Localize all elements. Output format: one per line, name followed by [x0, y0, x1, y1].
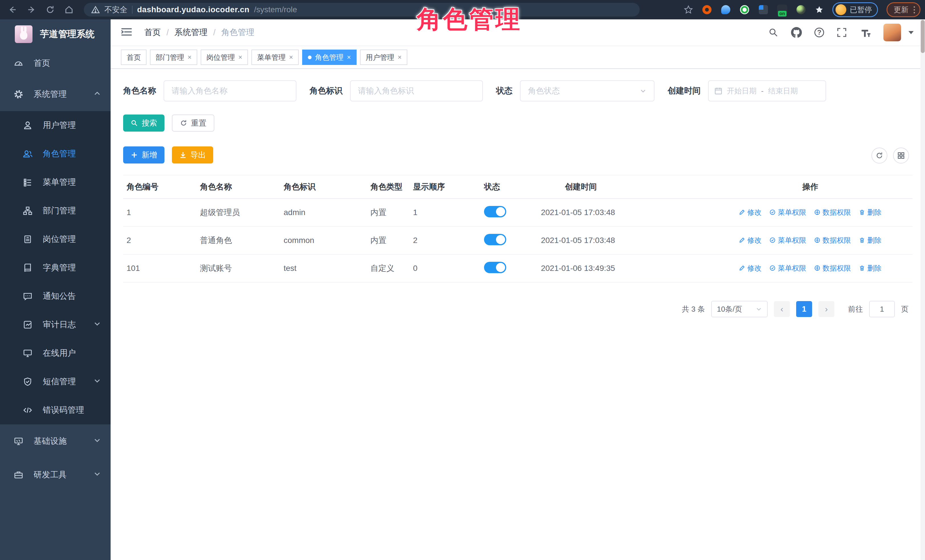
data-permission-link[interactable]: 数据权限 [814, 263, 851, 273]
tab-posts[interactable]: 岗位管理× [201, 50, 248, 65]
export-button[interactable]: 导出 [172, 146, 213, 164]
browser-update-menu-button[interactable]: 更新 [886, 2, 920, 17]
sidebar-toggle-button[interactable] [121, 27, 132, 38]
sidebar-item-roles[interactable]: 角色管理 [0, 140, 111, 168]
help-icon[interactable]: ? [814, 28, 824, 37]
browser-forward-button[interactable] [25, 3, 38, 16]
fullscreen-icon[interactable] [837, 27, 847, 38]
role-name-input[interactable]: 请输入角色名称 [164, 80, 297, 101]
status-select[interactable]: 角色状态 [520, 80, 654, 101]
circle-data-icon [814, 237, 820, 243]
status-toggle[interactable] [484, 262, 506, 273]
grid-icon [897, 152, 905, 159]
breadcrumb-system[interactable]: 系统管理 [175, 27, 208, 38]
extension-icon-orange[interactable] [702, 5, 712, 15]
page-1-button[interactable]: 1 [796, 301, 812, 317]
sidebar-item-sms[interactable]: 短信管理 [0, 368, 111, 396]
sidebar-item-dev-tools[interactable]: 研发工具 [0, 458, 111, 492]
date-range-picker[interactable]: 开始日期 - 结束日期 [708, 80, 826, 101]
scrollbar-thumb[interactable] [921, 20, 925, 53]
close-icon[interactable]: × [289, 53, 293, 61]
sidebar-item-menus[interactable]: 菜单管理 [0, 168, 111, 197]
page-scrollbar[interactable] [920, 20, 925, 560]
menu-permission-link[interactable]: 菜单权限 [769, 236, 806, 245]
extension-icon-drop[interactable] [721, 5, 731, 15]
menu-permission-link[interactable]: 菜单权限 [769, 208, 806, 217]
status-toggle[interactable] [484, 234, 506, 245]
extension-icon-star-white[interactable] [815, 5, 824, 14]
tab-roles[interactable]: 角色管理× [302, 50, 357, 65]
close-icon[interactable]: × [238, 53, 242, 61]
avatar-caret-icon[interactable] [908, 31, 914, 34]
extension-icon-green-shield[interactable] [740, 5, 750, 15]
col-role-type: 角色类型 [367, 175, 410, 198]
sidebar-item-notice[interactable]: 通知公告 [0, 282, 111, 311]
sidebar-item-dictionary[interactable]: 字典管理 [0, 254, 111, 282]
github-icon[interactable] [791, 27, 802, 38]
edit-link[interactable]: 修改 [739, 263, 761, 273]
tab-home[interactable]: 首页 [121, 50, 146, 65]
sidebar-item-posts[interactable]: 岗位管理 [0, 225, 111, 254]
prev-page-button[interactable]: ‹ [774, 301, 790, 317]
col-role-key: 角色标识 [280, 175, 367, 198]
delete-link[interactable]: 删除 [859, 208, 881, 217]
column-settings-button[interactable] [893, 147, 909, 164]
close-icon[interactable]: × [398, 53, 402, 61]
browser-address-bar[interactable]: 不安全 dashboard.yudao.iocoder.cn/system/ro… [84, 3, 640, 17]
sidebar-item-error-codes[interactable]: 错误码管理 [0, 396, 111, 425]
extension-icon-dark-on[interactable]: on [777, 5, 787, 15]
search-button[interactable]: 搜索 [123, 114, 164, 132]
sidebar-item-audit-log[interactable]: 审计日志 [0, 311, 111, 339]
sidebar-logo[interactable]: 芋道管理系统 [0, 20, 111, 49]
role-key-input[interactable]: 请输入角色标识 [350, 80, 483, 101]
user-avatar[interactable] [883, 24, 901, 41]
delete-link[interactable]: 删除 [859, 236, 881, 245]
code-icon [22, 405, 33, 416]
status-toggle[interactable] [484, 206, 506, 217]
close-icon[interactable]: × [188, 53, 191, 61]
chevron-down-icon [756, 306, 762, 312]
sidebar-item-system[interactable]: 系统管理 [0, 78, 111, 111]
browser-back-button[interactable] [6, 3, 19, 16]
menu-permission-link[interactable]: 菜单权限 [769, 263, 806, 273]
goto-page-input[interactable]: 1 [869, 301, 895, 317]
data-permission-link[interactable]: 数据权限 [814, 236, 851, 245]
next-page-button[interactable]: › [818, 301, 835, 317]
audit-log-icon [22, 319, 33, 330]
sidebar-item-home[interactable]: 首页 [0, 49, 111, 78]
breadcrumb-home[interactable]: 首页 [144, 27, 161, 38]
reset-button[interactable]: 重置 [172, 114, 214, 132]
page-size-select[interactable]: 10条/页 [711, 301, 768, 317]
font-size-icon[interactable] [859, 28, 871, 37]
table-row: 101 测试账号 test 自定义 0 2021-01-06 13:49:35 … [123, 254, 913, 282]
extension-icon-monkey[interactable] [796, 5, 806, 15]
toolbox-icon [13, 470, 24, 480]
sidebar-item-departments[interactable]: 部门管理 [0, 197, 111, 225]
browser-refresh-button[interactable] [44, 3, 56, 16]
sidebar-item-users[interactable]: 用户管理 [0, 111, 111, 140]
edit-link[interactable]: 修改 [739, 236, 761, 245]
tab-departments[interactable]: 部门管理× [150, 50, 197, 65]
sidebar-item-online-users[interactable]: 在线用户 [0, 339, 111, 368]
add-button[interactable]: 新增 [123, 146, 164, 164]
circle-data-icon [814, 265, 820, 271]
sidebar-item-label: 角色管理 [43, 148, 76, 159]
close-icon[interactable]: × [347, 53, 351, 61]
edit-link[interactable]: 修改 [739, 208, 761, 217]
tab-menus[interactable]: 菜单管理× [252, 50, 299, 65]
col-actions: 操作 [708, 175, 913, 198]
kebab-menu-icon [914, 6, 915, 14]
refresh-icon [180, 119, 187, 127]
browser-home-button[interactable] [63, 3, 75, 16]
search-icon[interactable] [768, 27, 779, 38]
bookmark-star-icon[interactable] [684, 5, 693, 15]
browser-profile-button[interactable]: 已暂停 [832, 2, 878, 17]
col-role-name: 角色名称 [197, 175, 280, 198]
tab-users[interactable]: 用户管理× [360, 50, 407, 65]
sidebar-item-label: 在线用户 [43, 347, 76, 359]
delete-link[interactable]: 删除 [859, 263, 881, 273]
data-permission-link[interactable]: 数据权限 [814, 208, 851, 217]
table-refresh-button[interactable] [871, 147, 887, 164]
sidebar-item-infrastructure[interactable]: 基础设施 [0, 425, 111, 458]
extension-icon-grid[interactable] [758, 5, 768, 15]
